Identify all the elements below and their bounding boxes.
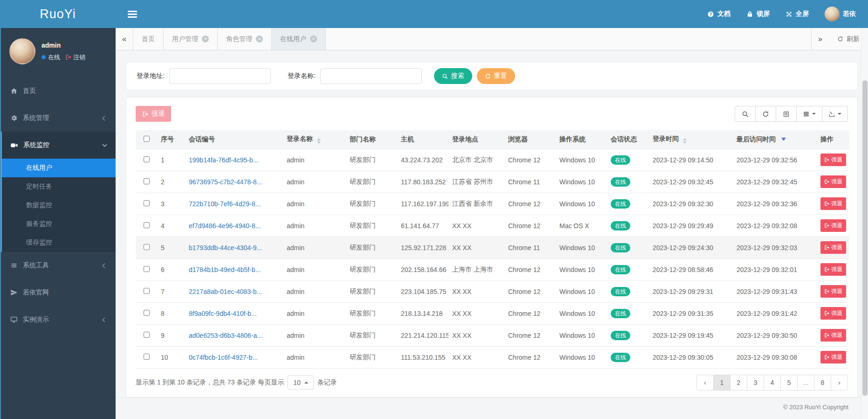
page-number-button[interactable]: 1 (713, 375, 730, 391)
signout-icon (824, 223, 829, 228)
user-avatar[interactable] (9, 38, 35, 64)
app-logo[interactable]: RuoYi (0, 0, 116, 28)
sidebar-item-system-tools[interactable]: 系统工具 (0, 252, 116, 279)
sidebar-item-demo[interactable]: 实例演示 (0, 306, 116, 333)
page-number-button[interactable]: 3 (747, 375, 764, 391)
lock-icon (746, 11, 753, 18)
page-number-button[interactable]: 2 (730, 375, 747, 391)
force-logout-button[interactable]: 强退 (820, 307, 846, 320)
force-logout-button[interactable]: 强退 (820, 285, 846, 298)
session-id-link[interactable]: 96736975-c7b2-4478-8... (189, 178, 262, 186)
row-checkbox[interactable] (144, 354, 150, 360)
page-next-button[interactable]: › (831, 375, 848, 391)
status-badge: 在线 (611, 177, 630, 187)
sidebar-item-system-management[interactable]: 系统管理 (0, 105, 116, 132)
fullscreen-button[interactable]: 全屏 (785, 10, 809, 18)
session-id-link[interactable]: 722b710b-7ef6-4d29-8... (189, 200, 261, 208)
tab-role-management[interactable]: 角色管理 × (218, 28, 272, 50)
status-badge: 在线 (611, 221, 630, 230)
force-logout-button[interactable]: 强退 (820, 241, 846, 254)
lock-screen-button[interactable]: 锁屏 (746, 10, 770, 18)
session-id-link[interactable]: ad0e6253-d6b3-4806-a... (189, 332, 262, 339)
session-id-link[interactable]: 199b14fa-76df-4c95-b... (189, 156, 258, 164)
force-logout-button[interactable]: 强退 (820, 329, 846, 342)
row-checkbox[interactable] (144, 178, 150, 184)
row-checkbox[interactable] (144, 332, 150, 338)
page-number-button[interactable]: 4 (764, 375, 781, 391)
login-name-input[interactable] (320, 68, 422, 84)
sidebar-item-cache-monitor[interactable]: 缓存监控 (2, 233, 116, 252)
hamburger-icon[interactable] (128, 9, 137, 19)
session-id-link[interactable]: d1784b1b-49ed-4b5f-b... (189, 266, 261, 273)
doc-link[interactable]: 文档 (707, 10, 730, 18)
toolbar-export-button[interactable] (822, 106, 848, 122)
sidebar-item-system-monitor[interactable]: 系统监控 (2, 132, 116, 159)
batch-force-logout-button[interactable]: 强退 (136, 106, 171, 122)
tab-user-management[interactable]: 用户管理 × (164, 28, 218, 50)
scrollbar[interactable] (861, 28, 868, 419)
sidebar-item-scheduled-tasks[interactable]: 定时任务 (2, 177, 116, 196)
toolbar-search-button[interactable] (735, 106, 756, 122)
close-icon[interactable]: × (310, 35, 317, 42)
tabs-scroll-left-button[interactable]: « (116, 28, 133, 50)
row-checkbox[interactable] (144, 310, 150, 316)
refresh-icon (837, 36, 843, 42)
logout-link[interactable]: 注销 (65, 53, 85, 62)
page-size-select[interactable]: 10 (288, 375, 314, 390)
status-badge: 在线 (611, 265, 630, 274)
sidebar-item-online-users[interactable]: 在线用户 (2, 159, 116, 177)
force-logout-button[interactable]: 强退 (820, 154, 846, 166)
status-badge: 在线 (611, 331, 630, 340)
session-id-link[interactable]: ef7d9486-4e96-4940-8... (189, 222, 261, 230)
host-cell: 117.80.183.252 (397, 171, 448, 193)
session-id-link[interactable]: b1793ddb-44ce-4304-9... (189, 244, 262, 251)
page-number-button[interactable]: 5 (780, 375, 798, 391)
close-icon[interactable]: × (256, 35, 263, 42)
row-checkbox[interactable] (144, 244, 150, 250)
force-logout-button[interactable]: 强退 (820, 263, 846, 276)
sidebar-item-data-monitor[interactable]: 数据监控 (2, 196, 116, 215)
force-logout-button[interactable]: 强退 (820, 197, 846, 210)
row-checkbox[interactable] (144, 288, 150, 294)
page-number-button[interactable]: 8 (814, 375, 831, 391)
toolbar-columns-button[interactable] (796, 106, 822, 122)
col-login-name[interactable]: 登录名称 (283, 130, 346, 149)
browser-cell: Chrome 12 (504, 346, 556, 368)
tab-home[interactable]: 首页 (133, 28, 164, 50)
close-icon[interactable]: × (202, 35, 209, 42)
col-browser: 浏览器 (504, 130, 556, 149)
row-checkbox[interactable] (144, 266, 150, 272)
row-checkbox[interactable] (144, 200, 150, 206)
toolbar-detail-view-button[interactable] (776, 106, 797, 122)
col-last-access-time[interactable]: 最后访问时间 (733, 130, 817, 149)
login-time-cell: 2023-12-29 09:24:30 (649, 237, 733, 258)
tab-online-users[interactable]: 在线用户 × (272, 28, 326, 50)
row-checkbox[interactable] (144, 156, 150, 162)
browser-cell: Chrome 12 (504, 149, 556, 171)
page-prev-button[interactable]: ‹ (696, 375, 714, 391)
force-logout-button[interactable]: 强退 (820, 219, 846, 232)
row-checkbox[interactable] (144, 222, 150, 228)
host-cell: 111.53.210.155 (397, 346, 448, 368)
signout-icon (142, 111, 148, 117)
scrollbar-thumb[interactable] (862, 80, 868, 396)
col-login-time[interactable]: 登录时间 (649, 130, 733, 149)
sidebar-item-ruoyi-website[interactable]: 若依官网 (0, 279, 116, 306)
action-cell: 强退 (817, 280, 849, 302)
search-button[interactable]: 搜索 (434, 68, 472, 84)
login-address-input[interactable] (169, 68, 271, 84)
session-id-link[interactable]: 8f9a09fc-9db4-410f-b... (189, 310, 257, 317)
toolbar-refresh-button[interactable] (755, 106, 776, 122)
select-all-checkbox[interactable] (144, 136, 150, 142)
session-id-link[interactable]: 2217a8ab-01ec-4083-b... (189, 288, 262, 295)
copyright: © 2023 RuoYi Copyright (116, 398, 868, 411)
sidebar-item-home[interactable]: 首页 (0, 77, 116, 105)
tabs-scroll-right-button[interactable]: » (811, 28, 829, 50)
user-menu[interactable]: 若依 (825, 7, 856, 21)
sidebar-item-service-monitor[interactable]: 服务监控 (2, 215, 116, 233)
force-logout-button[interactable]: 强退 (820, 175, 846, 188)
session-id-link[interactable]: 0c74fbcb-1c6f-4927-b... (189, 354, 258, 361)
browser-cell: Chrome 12 (504, 324, 556, 346)
reset-button[interactable]: 重置 (477, 68, 515, 84)
force-logout-button[interactable]: 强退 (820, 351, 846, 363)
